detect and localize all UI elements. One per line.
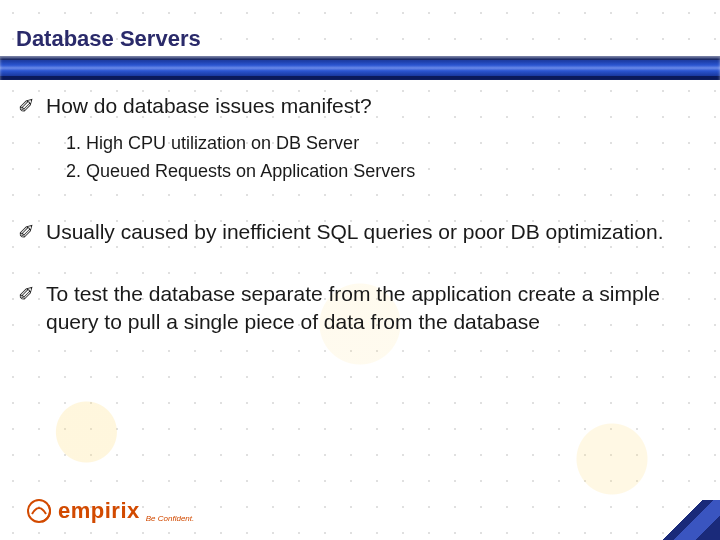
logo-mark-icon	[24, 496, 54, 526]
bullet-item: ✐ How do database issues manifest?	[18, 92, 690, 120]
logo-tagline: Be Confident.	[146, 514, 194, 526]
slide-content: ✐ How do database issues manifest? 1. Hi…	[18, 92, 690, 370]
bullet-item: ✐ Usually caused by inefficient SQL quer…	[18, 218, 690, 246]
logo: empirix Be Confident.	[24, 496, 194, 526]
bullet-item: ✐ To test the database separate from the…	[18, 280, 690, 336]
logo-wordmark: empirix	[58, 498, 140, 524]
slide-title: Database Servers	[16, 26, 201, 52]
bullet-text: How do database issues manifest?	[46, 92, 372, 120]
bullet-text: To test the database separate from the a…	[46, 280, 690, 336]
slide: Database Servers ✐ How do database issue…	[0, 0, 720, 540]
scribble-bullet-icon: ✐	[18, 92, 46, 120]
sub-item: 1. High CPU utilization on DB Server	[66, 130, 690, 156]
sub-item: 2. Queued Requests on Application Server…	[66, 158, 690, 184]
bullet-block: ✐ Usually caused by inefficient SQL quer…	[18, 218, 690, 246]
sub-list: 1. High CPU utilization on DB Server 2. …	[66, 130, 690, 184]
corner-accent	[650, 500, 720, 540]
bullet-block: ✐ How do database issues manifest? 1. Hi…	[18, 92, 690, 184]
title-bar: Database Servers	[0, 24, 720, 64]
scribble-bullet-icon: ✐	[18, 218, 46, 246]
bullet-text: Usually caused by inefficient SQL querie…	[46, 218, 663, 246]
bullet-block: ✐ To test the database separate from the…	[18, 280, 690, 336]
scribble-bullet-icon: ✐	[18, 280, 46, 308]
title-stripe	[0, 56, 720, 80]
